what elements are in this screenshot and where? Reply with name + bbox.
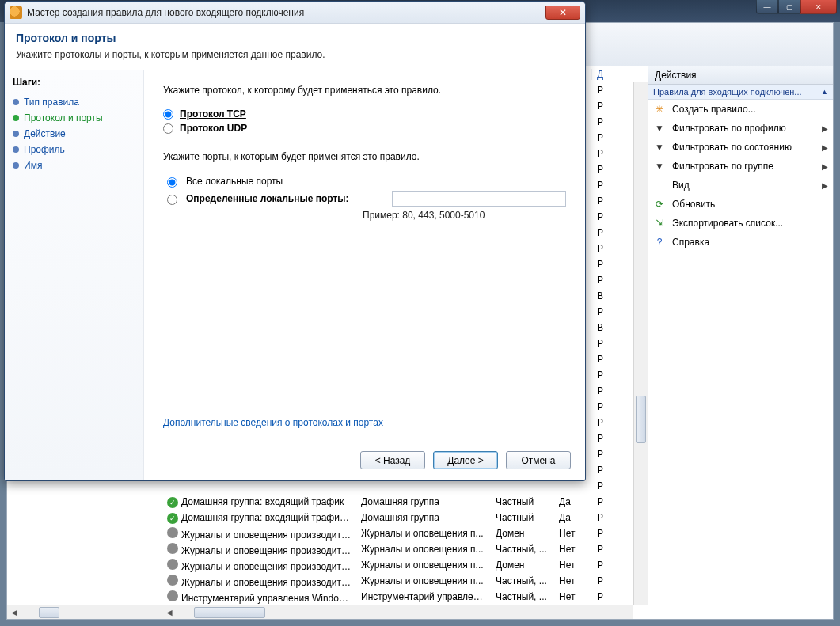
action-icon: ▼ [653,160,666,173]
cell: Р [592,180,614,191]
action-item[interactable]: ⟳Обновить [648,195,833,214]
protocol-tcp-label[interactable]: Протокол TCP [180,108,246,120]
scroll-thumb[interactable] [636,396,646,443]
cell: Нет [554,528,592,539]
learn-more-link[interactable]: Дополнительные сведения о протоколах и п… [163,417,383,428]
cell: Частный, ... [491,544,554,555]
col-action[interactable]: Д [592,69,614,80]
protocol-udp-label[interactable]: Протокол UDP [180,123,247,134]
protocol-prompt: Укажите протокол, к которому будет приме… [163,85,566,96]
wizard-step[interactable]: Профиль [13,142,135,157]
grid-vertical-scrollbar[interactable] [633,82,648,605]
cell: Р [592,560,614,571]
close-button[interactable]: ✕ [800,0,837,14]
actions-section-title[interactable]: Правила для входящих подключен... ▲ [648,85,833,100]
cell: Р [592,164,614,175]
status-icon [167,543,178,554]
wizard-title-text: Мастер создания правила для нового входя… [27,7,304,18]
table-row[interactable]: ✓Домашняя группа: входящий трафикДомашня… [162,494,633,510]
cell: Журналы и оповещения п... [356,560,491,571]
step-bullet-icon [13,131,19,137]
cell: Р [592,148,614,159]
cell: Да [554,496,592,507]
wizard-step[interactable]: Имя [13,157,135,173]
cell: Журналы и оповещения п... [356,575,491,586]
cell: Р [592,306,614,317]
specific-ports-label[interactable]: Определенные локальные порты: [186,193,349,204]
action-item[interactable]: ✳Создать правило... [648,100,833,119]
back-button[interactable]: < Назад [360,451,425,469]
cell: Р [592,101,614,112]
grid-horizontal-scrollbar[interactable]: ◄ [162,605,633,619]
table-row[interactable]: Инструментарий управления Windows ...Инс… [162,589,633,605]
firewall-icon [10,6,22,19]
action-label: Обновить [672,199,715,210]
specific-ports-radio[interactable] [167,195,177,205]
step-label: Протокол и порты [24,112,103,123]
step-bullet-icon [13,115,19,121]
scroll-thumb[interactable] [39,607,59,618]
cell: ✓Домашняя группа: входящий трафик [162,496,356,508]
scroll-left-icon[interactable]: ◄ [162,607,177,618]
maximize-button[interactable]: ▢ [778,0,800,14]
action-item[interactable]: ▼Фильтровать по группе▶ [648,157,833,176]
cell: Р [592,227,614,238]
cell: Р [592,528,614,539]
wizard-close-button[interactable]: ✕ [545,6,580,20]
table-row[interactable]: Журналы и оповещения производител...Журн… [162,573,633,589]
step-label: Тип правила [24,97,79,108]
actions-section-label: Правила для входящих подключен... [653,87,802,97]
wizard-steps: Шаги: Тип правилаПротокол и портыДействи… [5,70,144,480]
all-ports-label[interactable]: Все локальные порты [186,176,283,187]
table-row[interactable]: ✓Домашняя группа: входящий трафик (...До… [162,510,633,525]
minimize-button[interactable]: — [756,0,778,14]
cell: Р [592,211,614,222]
protocol-tcp-row: Протокол TCP [163,108,566,120]
action-label: Фильтровать по профилю [672,123,786,134]
next-button[interactable]: Далее > [433,451,498,469]
specific-ports-input[interactable] [392,191,566,207]
chevron-right-icon: ▶ [822,143,828,152]
all-ports-radio[interactable] [167,177,177,188]
tree-horizontal-scrollbar[interactable]: ◄ [7,605,162,619]
action-icon: ▼ [653,122,666,135]
action-label: Справка [672,237,709,248]
cell: Р [592,512,614,523]
cancel-button[interactable]: Отмена [506,451,571,469]
step-bullet-icon [13,162,19,169]
cell: Р [592,417,614,428]
action-item[interactable]: ?Справка [648,233,833,252]
collapse-icon: ▲ [821,88,828,96]
window-buttons: — ▢ ✕ [756,0,837,14]
cell: Р [592,370,614,381]
wizard-step[interactable]: Тип правила [13,94,135,110]
wizard-subheading: Укажите протоколы и порты, к которым при… [16,49,574,60]
action-item[interactable]: Вид▶ [648,176,833,195]
action-label: Фильтровать по группе [672,161,773,172]
cell: Р [592,401,614,412]
wizard-step[interactable]: Действие [13,126,135,142]
table-row[interactable]: Журналы и оповещения производител...Журн… [162,525,633,541]
all-ports-row: Все локальные порты [163,175,566,188]
cell: Нет [554,544,592,555]
table-row[interactable]: Журналы и оповещения производител...Журн… [162,541,633,557]
cell: Р [592,433,614,444]
cell: ✓Домашняя группа: входящий трафик (... [162,512,356,524]
wizard-step[interactable]: Протокол и порты [13,110,135,126]
action-item[interactable]: ▼Фильтровать по профилю▶ [648,119,833,138]
cell: Нет [554,575,592,586]
action-item[interactable]: ⇲Экспортировать список... [648,214,833,233]
status-icon [167,575,178,586]
action-item[interactable]: ▼Фильтровать по состоянию▶ [648,138,833,157]
scroll-left-icon[interactable]: ◄ [7,606,21,619]
protocol-udp-radio[interactable] [163,123,173,134]
cell: Журналы и оповещения п... [356,528,491,539]
table-row[interactable]: Журналы и оповещения производител...Журн… [162,557,633,573]
wizard-dialog: Мастер создания правила для нового входя… [4,1,586,481]
status-icon: ✓ [167,513,178,524]
cell: Р [592,354,614,365]
chevron-right-icon: ▶ [822,162,828,171]
protocol-tcp-radio[interactable] [163,109,173,120]
scroll-thumb[interactable] [194,607,265,618]
chevron-right-icon: ▶ [822,181,828,190]
